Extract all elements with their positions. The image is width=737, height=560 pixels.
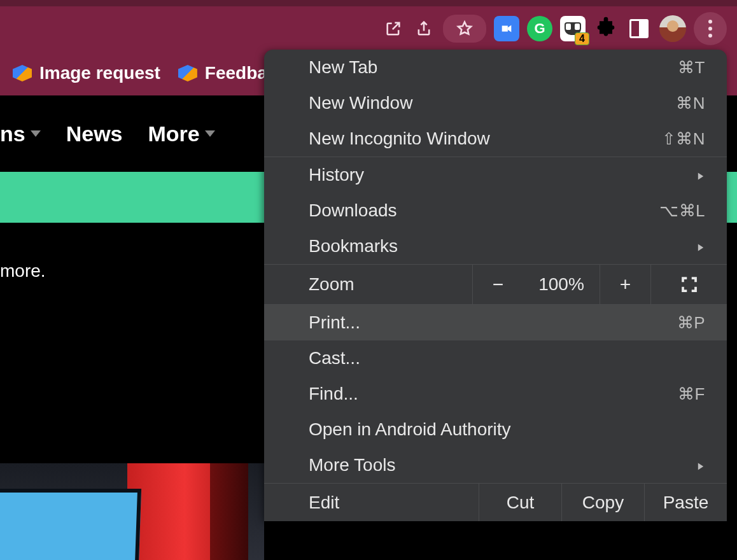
menu-item-history[interactable]: History <box>264 157 727 193</box>
menu-shortcut: ⌘T <box>678 58 705 78</box>
bookmark-label: Image request <box>39 63 160 83</box>
site-nav-item[interactable]: News <box>66 122 123 146</box>
bookmark-favicon-icon <box>178 65 197 81</box>
menu-label: Zoom <box>264 265 472 304</box>
menu-shortcut: ⌘P <box>677 313 705 333</box>
menu-label: Downloads <box>309 200 397 221</box>
zoom-in-button[interactable]: + <box>600 265 650 304</box>
menu-label: New Tab <box>309 57 377 78</box>
site-nav-item[interactable]: ns <box>0 122 41 146</box>
submenu-arrow-icon <box>696 455 705 475</box>
chrome-menu-button[interactable] <box>694 12 727 45</box>
menu-label: Edit <box>264 484 479 521</box>
edit-cut-button[interactable]: Cut <box>479 484 561 521</box>
share-icon[interactable] <box>412 17 435 40</box>
menu-edit-row: Edit Cut Copy Paste <box>264 483 727 521</box>
chrome-overflow-menu: New Tab ⌘T New Window ⌘N New Incognito W… <box>264 50 727 521</box>
menu-item-open-in-app[interactable]: Open in Android Authority <box>264 412 727 447</box>
menu-label: Cast... <box>309 348 360 368</box>
extension-grammarly-icon[interactable]: G <box>527 16 552 41</box>
extension-privacy-badger-icon[interactable]: 4 <box>560 16 586 41</box>
menu-zoom-row: Zoom − 100% + <box>264 264 727 305</box>
nav-label: More <box>148 122 200 146</box>
star-icon <box>453 17 476 40</box>
menu-item-new-window[interactable]: New Window ⌘N <box>264 85 727 121</box>
extensions-puzzle-icon[interactable] <box>593 16 619 41</box>
menu-item-more-tools[interactable]: More Tools <box>264 447 727 483</box>
chevron-down-icon <box>31 130 41 137</box>
menu-item-bookmarks[interactable]: Bookmarks <box>264 228 727 264</box>
edit-paste-button[interactable]: Paste <box>644 484 727 521</box>
menu-label: History <box>309 165 364 185</box>
extension-badge: 4 <box>575 32 589 45</box>
nav-label: News <box>66 122 123 146</box>
open-external-icon[interactable] <box>382 17 405 40</box>
menu-label: Print... <box>309 312 360 333</box>
submenu-arrow-icon <box>696 165 705 185</box>
profile-avatar[interactable] <box>659 15 686 42</box>
zoom-value: 100% <box>523 265 600 304</box>
zoom-out-button[interactable]: − <box>472 265 523 304</box>
menu-shortcut: ⇧⌘N <box>662 129 705 149</box>
fullscreen-button[interactable] <box>650 265 727 304</box>
menu-shortcut: ⌘F <box>678 384 705 404</box>
menu-label: New Window <box>309 93 412 113</box>
menu-shortcut: ⌥⌘L <box>659 201 705 221</box>
edit-copy-button[interactable]: Copy <box>561 484 644 521</box>
menu-label: More Tools <box>309 455 395 475</box>
side-panel-icon[interactable] <box>626 16 652 41</box>
window-titlebar <box>0 0 737 6</box>
menu-item-new-incognito[interactable]: New Incognito Window ⇧⌘N <box>264 121 727 157</box>
menu-shortcut: ⌘N <box>676 94 705 113</box>
bookmark-favicon-icon <box>13 65 32 81</box>
menu-item-cast[interactable]: Cast... <box>264 340 727 376</box>
bookmark-item[interactable]: Image request <box>13 63 160 83</box>
menu-item-downloads[interactable]: Downloads ⌥⌘L <box>264 193 727 228</box>
menu-item-find[interactable]: Find... ⌘F <box>264 376 727 412</box>
extension-zoom-icon[interactable] <box>494 16 519 41</box>
menu-label: Find... <box>309 384 358 404</box>
menu-label: Open in Android Authority <box>309 419 511 440</box>
menu-label: Bookmarks <box>309 236 398 256</box>
menu-item-print[interactable]: Print... ⌘P <box>264 305 727 340</box>
article-image <box>0 463 264 560</box>
site-nav-item[interactable]: More <box>148 122 215 146</box>
menu-item-new-tab[interactable]: New Tab ⌘T <box>264 50 727 85</box>
menu-label: New Incognito Window <box>309 129 490 149</box>
submenu-arrow-icon <box>696 236 705 256</box>
bookmark-star-pill[interactable] <box>443 15 486 43</box>
nav-label-partial: ns <box>0 122 25 146</box>
chevron-down-icon <box>205 130 215 137</box>
browser-toolbar: G 4 <box>0 6 737 51</box>
